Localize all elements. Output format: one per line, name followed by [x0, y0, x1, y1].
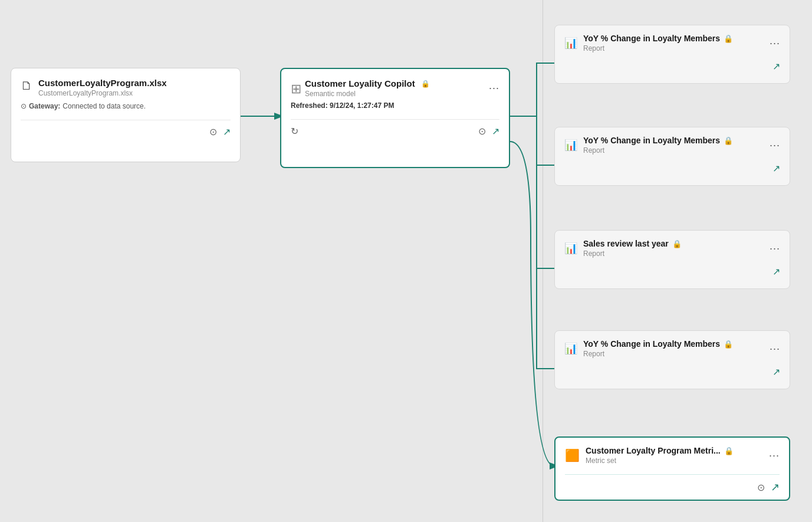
source-link-icon[interactable]: ↗ [223, 126, 231, 137]
report-lock-icon-1: 🔒 [724, 34, 733, 43]
metric-link-icon[interactable]: ↗ [771, 481, 780, 494]
metric-copilot-icon[interactable]: ⊙ [757, 482, 765, 493]
semantic-copilot-icon[interactable]: ⊙ [478, 126, 486, 137]
report-title-2: YoY % Change in Loyalty Members [583, 136, 720, 145]
source-card: 🗋 CustomerLoyaltyProgram.xlsx CustomerLo… [11, 68, 241, 162]
report-type-3: Report [583, 249, 682, 258]
metric-set-icon: 🟧 [565, 448, 580, 462]
source-card-gateway: ⊙ Gateway: Connected to data source. [21, 102, 231, 110]
report-card-3: 📊 Sales review last year 🔒 Report ··· ↗ [554, 230, 790, 289]
report-type-2: Report [583, 146, 733, 155]
report-lock-icon-2: 🔒 [724, 136, 733, 145]
report-title-4: YoY % Change in Loyalty Members [583, 339, 720, 349]
report-card-1: 📊 YoY % Change in Loyalty Members 🔒 Repo… [554, 25, 790, 84]
report-title-1: YoY % Change in Loyalty Members [583, 34, 720, 43]
semantic-refresh-icon[interactable]: ↻ [291, 126, 298, 137]
source-card-subtitle: CustomerLoyaltyProgram.xlsx [38, 89, 167, 97]
report-link-icon-1[interactable]: ↗ [772, 61, 780, 72]
gateway-value: Connected to data source. [63, 102, 146, 110]
report-bar-icon-1: 📊 [564, 37, 577, 50]
report-lock-icon-3: 🔒 [672, 239, 682, 248]
report-type-4: Report [583, 350, 733, 358]
report-bar-icon-2: 📊 [564, 139, 577, 152]
semantic-more-button[interactable]: ··· [489, 82, 499, 94]
report-link-icon-4[interactable]: ↗ [772, 366, 780, 377]
report-card-4: 📊 YoY % Change in Loyalty Members 🔒 Repo… [554, 330, 790, 389]
semantic-lock-icon: 🔒 [421, 80, 430, 88]
metric-card-title: Customer Loyalty Program Metri... [586, 446, 721, 455]
metric-more-button[interactable]: ··· [769, 449, 780, 462]
report-link-icon-2[interactable]: ↗ [772, 163, 780, 174]
semantic-grid-icon: ⊞ [291, 81, 301, 97]
report-type-1: Report [583, 44, 733, 52]
report-link-icon-3[interactable]: ↗ [772, 266, 780, 277]
source-refresh-icon[interactable]: ⊙ [209, 126, 217, 137]
semantic-refresh-info: Refreshed: 9/12/24, 1:27:47 PM [291, 101, 499, 110]
report-more-button-1[interactable]: ··· [770, 37, 780, 50]
semantic-card-subtitle: Semantic model [305, 90, 430, 98]
source-card-title: CustomerLoyaltyProgram.xlsx [38, 78, 167, 88]
metric-set-card: 🟧 Customer Loyalty Program Metri... 🔒 Me… [554, 436, 790, 501]
report-card-2: 📊 YoY % Change in Loyalty Members 🔒 Repo… [554, 127, 790, 186]
gateway-icon: ⊙ [21, 102, 27, 110]
metric-card-type: Metric set [586, 457, 734, 465]
metric-lock-icon: 🔒 [724, 447, 734, 455]
semantic-link-icon[interactable]: ↗ [492, 126, 499, 137]
report-title-3: Sales review last year [583, 239, 669, 248]
report-bar-icon-4: 📊 [564, 342, 577, 355]
report-more-button-3[interactable]: ··· [770, 242, 780, 255]
semantic-card-title: Customer Loyality Copilot [305, 78, 415, 88]
vertical-divider [543, 0, 543, 522]
report-lock-icon-4: 🔒 [724, 340, 733, 349]
report-bar-icon-3: 📊 [564, 242, 577, 255]
report-more-button-2[interactable]: ··· [770, 139, 780, 152]
gateway-label: Gateway: [29, 102, 60, 110]
report-more-button-4[interactable]: ··· [770, 343, 780, 355]
file-icon: 🗋 [21, 79, 32, 93]
semantic-model-card: ⊞ Customer Loyality Copilot 🔒 Semantic m… [280, 68, 510, 168]
